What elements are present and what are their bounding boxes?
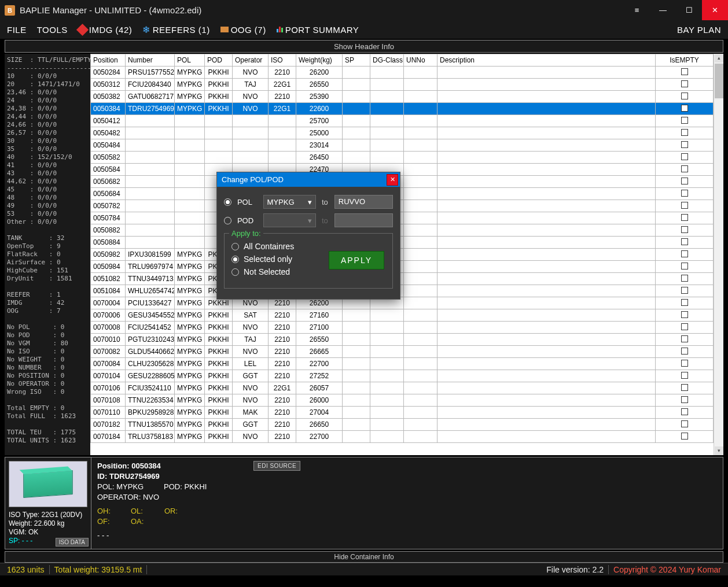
apply-button[interactable]: APPLY [329, 251, 384, 269]
table-row[interactable]: 005048423014 [91, 139, 714, 152]
col-header-dg[interactable]: DG-Class [370, 54, 404, 67]
table-row[interactable]: 0070004PCIU1336427MYPKGPKKHINVO221026200 [91, 297, 714, 309]
table-row[interactable]: 0050382GATU0682717MYPKGPKKHINVO221025390 [91, 91, 714, 103]
col-header-wt[interactable]: Weight(kg) [296, 54, 343, 67]
pol-from-select[interactable]: MYPKG▾ [263, 195, 316, 209]
table-row[interactable]: 0070084CLHU2305628MYPKGPKKHILEL221022700 [91, 358, 714, 370]
table-row[interactable]: 005068226000 [91, 176, 714, 188]
table-row[interactable]: 0051084WHLU2654742MYPKGPKKHILEL221022600 [91, 285, 714, 297]
empty-checkbox[interactable] [681, 117, 688, 124]
col-header-un[interactable]: UNNo [404, 54, 437, 67]
empty-checkbox[interactable] [681, 141, 688, 148]
table-row[interactable]: 005048225000 [91, 127, 714, 139]
empty-checkbox[interactable] [681, 190, 688, 197]
empty-checkbox[interactable] [681, 433, 688, 440]
edi-source-button[interactable]: EDI SOURCE [253, 461, 300, 471]
maximize-button[interactable]: ☐ [676, 0, 702, 20]
pol-to-input[interactable]: RUVVO [334, 195, 393, 209]
empty-checkbox[interactable] [681, 384, 688, 391]
empty-checkbox[interactable] [681, 335, 688, 342]
col-header-op[interactable]: Operator [233, 54, 269, 67]
menu-port-summary[interactable]: PORT SUMMARY [277, 25, 359, 35]
menu-tools[interactable]: TOOLS [37, 25, 68, 35]
table-row[interactable]: 0070110BPKU2958928MYPKGPKKHIMAK221027004 [91, 407, 714, 419]
table-row[interactable]: 0070184TRLU3758183MYPKGPKKHINVO221022700 [91, 431, 714, 443]
menu-reefers[interactable]: ❄REEFERS (1) [142, 24, 209, 35]
table-row[interactable]: 0050982IPXU3081599MYPKGPKKHILEL221025900 [91, 249, 714, 261]
table-row[interactable]: 005068426200 [91, 188, 714, 200]
empty-checkbox[interactable] [681, 105, 688, 112]
table-row[interactable]: 0070106FCIU3524110MYPKGPKKHINVO22G126057 [91, 382, 714, 394]
menu-file[interactable]: FILE [7, 25, 27, 35]
show-header-toggle[interactable]: Show Header Info [5, 40, 723, 53]
menu-imdg[interactable]: IMDG (42) [78, 25, 133, 35]
not-selected-radio[interactable] [231, 268, 239, 276]
empty-checkbox[interactable] [681, 348, 688, 355]
empty-checkbox[interactable] [681, 214, 688, 221]
empty-checkbox[interactable] [681, 360, 688, 367]
vertical-scrollbar[interactable]: ▴ ▾ [714, 54, 723, 455]
col-header-iso[interactable]: ISO [269, 54, 296, 67]
table-row[interactable]: 005078226100 [91, 200, 714, 212]
empty-checkbox[interactable] [681, 311, 688, 318]
empty-checkbox[interactable] [681, 68, 688, 75]
col-header-pos[interactable]: Position [91, 54, 126, 67]
scroll-thumb[interactable] [715, 64, 723, 98]
col-header-num[interactable]: Number [126, 54, 175, 67]
empty-checkbox[interactable] [681, 287, 688, 294]
table-row[interactable]: 0070182TTNU1385570MYPKGPKKHIGGT221026650 [91, 419, 714, 431]
empty-checkbox[interactable] [681, 323, 688, 330]
table-row[interactable]: 0070104GESU2288605MYPKGPKKHIGGT221027252 [91, 370, 714, 382]
selected-only-radio[interactable] [231, 256, 239, 263]
table-row[interactable]: 005078418120 [91, 212, 714, 224]
table-row[interactable]: 0070006GESU3454552MYPKGPKKHISAT221027160 [91, 309, 714, 322]
empty-checkbox[interactable] [681, 165, 688, 172]
col-header-emp[interactable]: IsEMPTY [656, 54, 714, 67]
empty-checkbox[interactable] [681, 226, 688, 233]
table-row[interactable]: 0070108TTNU2263534MYPKGPKKHINVO221026000 [91, 394, 714, 407]
iso-data-button[interactable]: ISO DATA [56, 538, 89, 547]
table-row[interactable]: 0050284PRSU1577552MYPKGPKKHINVO221026200 [91, 67, 714, 79]
col-header-pol[interactable]: POL [175, 54, 205, 67]
table-row[interactable]: 0070010PGTU2310243MYPKGPKKHITAJ221026550 [91, 334, 714, 346]
hide-container-info-toggle[interactable]: Hide Container Info [5, 551, 723, 563]
window-menu-button[interactable]: ≡ [624, 0, 650, 20]
empty-checkbox[interactable] [681, 420, 688, 427]
table-row[interactable]: 005088223720 [91, 224, 714, 237]
dialog-titlebar[interactable]: Change POL/POD ✕ [217, 172, 400, 187]
empty-checkbox[interactable] [681, 80, 688, 87]
menu-bay-plan[interactable]: BAY PLAN [677, 25, 721, 35]
container-table-scroll[interactable]: PositionNumberPOLPODOperatorISOWeight(kg… [90, 54, 714, 455]
empty-checkbox[interactable] [681, 263, 688, 269]
table-row[interactable]: 0050384TDRU2754969MYPKGPKKHINVO22G122600 [91, 103, 714, 115]
col-header-desc[interactable]: Description [437, 54, 656, 67]
table-row[interactable]: 0070082GLDU5440662MYPKGPKKHINVO221026665 [91, 346, 714, 358]
empty-checkbox[interactable] [681, 250, 688, 257]
pod-from-select[interactable]: ▾ [263, 213, 316, 227]
menu-oog[interactable]: OOG (7) [220, 25, 266, 35]
table-row[interactable]: 005058226450 [91, 152, 714, 164]
all-radio[interactable] [231, 243, 239, 250]
empty-checkbox[interactable] [681, 396, 688, 403]
col-header-pod[interactable]: POD [205, 54, 233, 67]
col-header-sp[interactable]: SP [343, 54, 370, 67]
pol-radio[interactable] [224, 198, 231, 206]
empty-checkbox[interactable] [681, 238, 688, 245]
scroll-down-arrow[interactable]: ▾ [715, 446, 723, 455]
empty-checkbox[interactable] [681, 178, 688, 184]
table-row[interactable]: 0051082TTNU3449713MYPKGPKKHINVO221026910 [91, 273, 714, 285]
dialog-close-button[interactable]: ✕ [387, 174, 398, 186]
empty-checkbox[interactable] [681, 202, 688, 209]
close-button[interactable]: ✕ [702, 0, 728, 20]
table-row[interactable]: 0070008FCIU2541452MYPKGPKKHINVO221027100 [91, 322, 714, 334]
pod-radio[interactable] [224, 217, 231, 224]
empty-checkbox[interactable] [681, 408, 688, 415]
scroll-up-arrow[interactable]: ▴ [715, 54, 723, 62]
table-row[interactable]: 005058422470 [91, 164, 714, 176]
empty-checkbox[interactable] [681, 275, 688, 282]
table-row[interactable]: 0050312FCIU2084340MYPKGPKKHITAJ22G126550 [91, 79, 714, 91]
empty-checkbox[interactable] [681, 299, 688, 306]
pod-to-input[interactable] [334, 213, 393, 227]
table-row[interactable]: 005041225700 [91, 115, 714, 127]
minimize-button[interactable]: — [650, 0, 676, 20]
